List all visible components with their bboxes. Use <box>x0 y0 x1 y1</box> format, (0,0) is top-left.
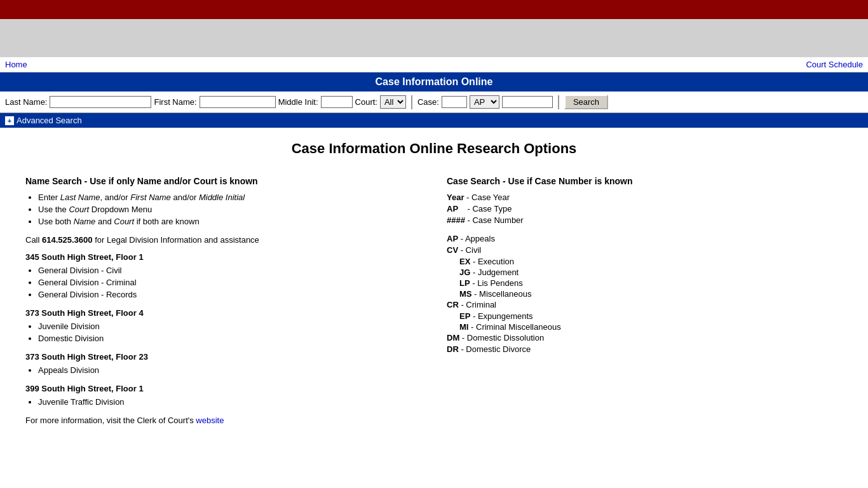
court-select[interactable]: All <box>380 95 406 109</box>
address2-list: Juvenile Division Domestic Division <box>38 322 421 343</box>
first-name-input[interactable] <box>200 96 276 108</box>
phone-info: Call 614.525.3600 for Legal Division Inf… <box>25 235 421 245</box>
case-year-input[interactable] <box>442 96 467 108</box>
case-label: Case: <box>417 97 439 107</box>
case-type-select[interactable]: AP CV CR DM DR <box>470 95 499 109</box>
address1-item-2: General Division - Criminal <box>38 278 421 287</box>
advanced-search-bar: + Advanced Search <box>0 113 868 128</box>
expand-icon[interactable]: + <box>5 116 14 125</box>
content-columns: Name Search - Use if only Name and/or Co… <box>25 176 843 425</box>
type-MI: MI - Criminal Miscellaneous <box>459 322 843 332</box>
court-label: Court: <box>355 97 377 107</box>
address4-heading: 399 South High Street, Floor 1 <box>25 384 421 393</box>
search-divider2 <box>558 95 559 109</box>
type-CV: CV - Civil <box>447 245 843 255</box>
right-column: Case Search - Use if Case Number is know… <box>447 176 843 425</box>
gray-area <box>0 19 868 57</box>
search-bar: Last Name: First Name: Middle Init: Cour… <box>0 92 868 113</box>
address1-heading: 345 South High Street, Floor 1 <box>25 252 421 262</box>
type-EP: EP - Expungements <box>459 311 843 321</box>
bullet-1: Enter Last Name, and/or First Name and/o… <box>38 193 421 202</box>
middle-init-input[interactable] <box>321 96 353 108</box>
type-DR: DR - Domestic Divorce <box>447 344 843 354</box>
type-CR: CR - Criminal <box>447 300 843 309</box>
case-search-heading: Case Search - Use if Case Number is know… <box>447 176 843 186</box>
bullet-3: Use both Name and Court if both are know… <box>38 217 421 226</box>
last-name-label: Last Name: <box>5 97 47 107</box>
bullet-2: Use the Court Dropdown Menu <box>38 205 421 214</box>
page-title: Case Information Online <box>376 76 493 87</box>
type-JG: JG - Judgement <box>459 268 843 277</box>
first-name-label: First Name: <box>154 97 196 107</box>
website-link[interactable]: website <box>196 416 224 425</box>
hash-row: #### - Case Number <box>447 215 843 225</box>
address1-item-3: General Division - Records <box>38 290 421 299</box>
address3-heading: 373 South High Street, Floor 23 <box>25 352 421 362</box>
type-MS: MS - Miscellaneous <box>459 289 843 299</box>
court-schedule-link[interactable]: Court Schedule <box>806 60 863 69</box>
nav-bar: Home Court Schedule <box>0 57 868 72</box>
top-banner <box>0 0 868 19</box>
type-DM: DM - Domestic Dissolution <box>447 333 843 342</box>
advanced-search-label[interactable]: Advanced Search <box>17 116 82 125</box>
type-LP: LP - Lis Pendens <box>459 278 843 288</box>
search-button[interactable]: Search <box>564 95 608 109</box>
ap-type-row: AP - Case Type <box>447 204 843 214</box>
address2-item-2: Domestic Division <box>38 334 421 343</box>
name-search-bullets: Enter Last Name, and/or First Name and/o… <box>38 193 421 226</box>
type-AP: AP - Appeals <box>447 234 843 243</box>
address1-item-1: General Division - Civil <box>38 266 421 275</box>
year-row: Year - Case Year <box>447 193 843 202</box>
last-name-input[interactable] <box>50 96 151 108</box>
address1-list: General Division - Civil General Divisio… <box>38 266 421 299</box>
left-column: Name Search - Use if only Name and/or Co… <box>25 176 421 425</box>
address3-item-1: Appeals Division <box>38 365 421 375</box>
name-search-heading: Name Search - Use if only Name and/or Co… <box>25 176 421 186</box>
page-heading: Case Information Online Research Options <box>25 140 843 157</box>
case-number-input[interactable] <box>502 96 553 108</box>
main-content: Case Information Online Research Options… <box>0 128 868 438</box>
middle-init-label: Middle Init: <box>278 97 318 107</box>
address2-heading: 373 South High Street, Floor 4 <box>25 308 421 318</box>
address4-item-1: Juvenile Traffic Division <box>38 397 421 407</box>
type-EX: EX - Execution <box>459 257 843 266</box>
address2-item-1: Juvenile Division <box>38 322 421 331</box>
more-info: For more information, visit the Clerk of… <box>25 416 421 425</box>
address4-list: Juvenile Traffic Division <box>38 397 421 407</box>
title-bar: Case Information Online <box>0 72 868 92</box>
address3-list: Appeals Division <box>38 365 421 375</box>
search-divider <box>411 95 412 109</box>
home-link[interactable]: Home <box>5 60 27 69</box>
